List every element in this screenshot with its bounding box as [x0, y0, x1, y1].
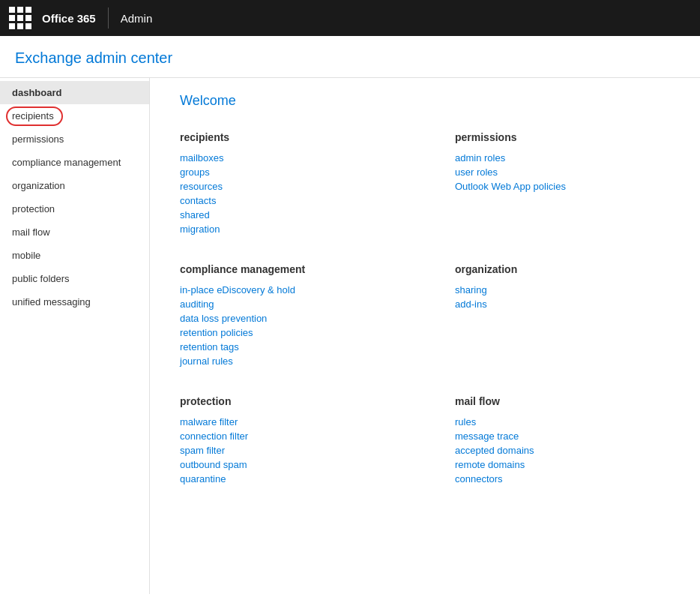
link-malware-filter[interactable]: malware filter — [180, 415, 395, 429]
link-message-trace[interactable]: message trace — [455, 429, 670, 443]
main-layout: dashboard recipients permissions complia… — [0, 78, 700, 594]
protection-section-title: protection — [180, 395, 395, 407]
protection-section: protection malware filter connection fil… — [180, 395, 395, 486]
link-outbound-spam[interactable]: outbound spam — [180, 458, 395, 472]
link-journal-rules[interactable]: journal rules — [180, 354, 395, 368]
link-quarantine[interactable]: quarantine — [180, 472, 395, 486]
sidebar-item-compliance-management[interactable]: compliance management — [0, 151, 149, 174]
link-accepted-domains[interactable]: accepted domains — [455, 443, 670, 458]
compliance-section-title: compliance management — [180, 263, 395, 275]
link-admin-roles[interactable]: admin roles — [455, 151, 670, 165]
sidebar-item-recipients[interactable]: recipients — [0, 104, 149, 128]
link-retention-policies[interactable]: retention policies — [180, 326, 395, 340]
link-add-ins[interactable]: add-ins — [455, 297, 670, 311]
link-remote-domains[interactable]: remote domains — [455, 458, 670, 472]
sidebar-item-permissions[interactable]: permissions — [0, 128, 149, 151]
sidebar-item-mail-flow[interactable]: mail flow — [0, 220, 149, 244]
mail-flow-section: mail flow rules message trace accepted d… — [455, 395, 670, 486]
sidebar-item-mobile[interactable]: mobile — [0, 244, 149, 267]
link-connection-filter[interactable]: connection filter — [180, 429, 395, 443]
sidebar-item-protection[interactable]: protection — [0, 197, 149, 220]
link-mailboxes[interactable]: mailboxes — [180, 151, 395, 165]
sidebar: dashboard recipients permissions complia… — [0, 78, 150, 594]
organization-section: organization sharing add-ins — [455, 263, 670, 368]
link-shared[interactable]: shared — [180, 208, 395, 222]
welcome-title: Welcome — [180, 93, 670, 109]
organization-section-title: organization — [455, 263, 670, 275]
permissions-section: permissions admin roles user roles Outlo… — [455, 131, 670, 236]
sidebar-item-public-folders[interactable]: public folders — [0, 267, 149, 290]
link-in-place-ediscovery[interactable]: in-place eDiscovery & hold — [180, 283, 395, 297]
link-spam-filter[interactable]: spam filter — [180, 443, 395, 458]
link-outlook-web-app-policies[interactable]: Outlook Web App policies — [455, 179, 670, 194]
link-user-roles[interactable]: user roles — [455, 165, 670, 179]
mail-flow-section-title: mail flow — [455, 395, 670, 407]
app-grid-icon[interactable] — [9, 7, 31, 29]
link-groups[interactable]: groups — [180, 165, 395, 179]
recipients-section-title: recipients — [180, 131, 395, 143]
dashboard-grid: recipients mailboxes groups resources co… — [180, 131, 670, 513]
permissions-section-title: permissions — [455, 131, 670, 143]
link-data-loss-prevention[interactable]: data loss prevention — [180, 311, 395, 326]
link-rules[interactable]: rules — [455, 415, 670, 429]
office365-label: Office 365 — [42, 12, 96, 25]
admin-label: Admin — [121, 12, 153, 25]
sidebar-item-dashboard[interactable]: dashboard — [0, 81, 149, 104]
compliance-management-section: compliance management in-place eDiscover… — [180, 263, 395, 368]
topbar-divider — [108, 8, 109, 28]
link-sharing[interactable]: sharing — [455, 283, 670, 297]
link-resources[interactable]: resources — [180, 179, 395, 194]
content-area: Welcome recipients mailboxes groups reso… — [150, 78, 700, 594]
link-auditing[interactable]: auditing — [180, 297, 395, 311]
sidebar-item-organization[interactable]: organization — [0, 174, 149, 197]
topbar: Office 365 Admin — [0, 0, 700, 36]
recipients-section: recipients mailboxes groups resources co… — [180, 131, 395, 236]
page-title: Exchange admin center — [0, 36, 700, 78]
sidebar-item-unified-messaging[interactable]: unified messaging — [0, 290, 149, 314]
link-retention-tags[interactable]: retention tags — [180, 340, 395, 354]
link-contacts[interactable]: contacts — [180, 194, 395, 208]
link-connectors[interactable]: connectors — [455, 472, 670, 486]
link-migration[interactable]: migration — [180, 222, 395, 236]
